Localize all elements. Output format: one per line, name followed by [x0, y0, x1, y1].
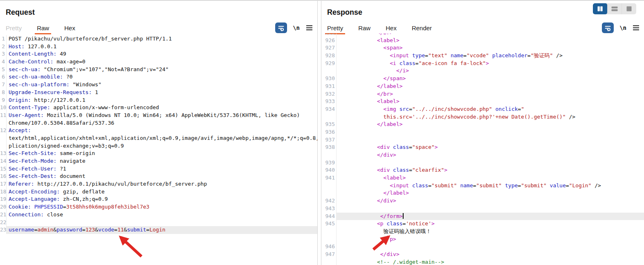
- line-number: [0, 142, 7, 150]
- code-line: Upgrade-Insecure-Requests: 1: [7, 89, 317, 97]
- code-row: plication/signed-exchange;v=b3;q=0.9: [0, 142, 317, 150]
- line-number: [321, 236, 337, 243]
- code-row: 10Content-Type: application/x-www-form-u…: [0, 104, 317, 112]
- request-editor[interactable]: 1POST /pikachu/vul/burteforce/bf_server.…: [0, 35, 317, 265]
- code-row: 1POST /pikachu/vul/burteforce/bf_server.…: [0, 35, 317, 43]
- response-editor[interactable]: 925 </br>926 <label>927 <span>928 <input…: [321, 34, 644, 265]
- columns-layout-icon[interactable]: [593, 3, 608, 14]
- code-line: [337, 128, 644, 136]
- code-row: 942 </div>: [321, 197, 644, 205]
- single-layout-icon[interactable]: [622, 3, 636, 14]
- line-number: [321, 228, 337, 236]
- code-row: 933 <label>: [321, 98, 644, 106]
- response-tab-hex[interactable]: Hex: [386, 25, 397, 31]
- code-row: 947 </div>: [321, 251, 644, 258]
- code-line: Accept-Language: zh-CN,zh;q=0.9: [7, 195, 317, 203]
- line-number: 16: [0, 173, 7, 180]
- line-number: [321, 67, 337, 75]
- code-line: 验证码输入错误哦！: [337, 228, 644, 236]
- code-line: sec-ch-ua-mobile: ?0: [7, 73, 317, 81]
- request-menu-icon[interactable]: [305, 25, 313, 31]
- code-row: 940 <div class="clearfix">: [321, 166, 644, 174]
- code-line: </form>: [337, 213, 644, 220]
- response-tab-pretty[interactable]: Pretty: [327, 25, 343, 31]
- line-number: 929: [321, 60, 337, 67]
- word-wrap-icon[interactable]: [275, 22, 287, 33]
- code-line: <div class="space">: [337, 144, 644, 151]
- request-tab-pretty[interactable]: Pretty: [6, 25, 22, 31]
- code-row: </p>: [321, 236, 644, 243]
- code-line: <label>: [337, 174, 644, 182]
- line-number: 1: [0, 35, 7, 43]
- line-number: 941: [321, 174, 337, 182]
- code-row: 931 </label>: [321, 83, 644, 90]
- line-number: 931: [321, 83, 337, 90]
- line-number: 21: [0, 211, 7, 219]
- line-number: [321, 258, 337, 265]
- response-menu-icon[interactable]: [632, 25, 640, 31]
- code-line: <!-- /.widget-main-->: [337, 258, 644, 265]
- code-row: 937: [321, 136, 644, 144]
- line-number: 940: [321, 166, 337, 174]
- response-panel: Response Pretty Raw Hex Render \n: [321, 1, 644, 265]
- code-row: 936: [321, 128, 644, 136]
- code-line: Sec-Fetch-Mode: navigate: [7, 157, 317, 165]
- code-row: 21Connection: close: [0, 211, 317, 219]
- request-tab-hex[interactable]: Hex: [64, 25, 75, 31]
- code-row: Chrome/107.0.5304.88Safari/537.36: [0, 119, 317, 127]
- line-number: 6: [0, 73, 7, 81]
- rows-layout-icon[interactable]: [608, 3, 622, 14]
- code-row: 939: [321, 159, 644, 167]
- code-line: Host: 127.0.0.1: [7, 43, 317, 51]
- code-row: 945 <p class='notice'>: [321, 220, 644, 228]
- code-row: </label>: [321, 189, 644, 197]
- line-number: [321, 189, 337, 197]
- line-number: 13: [0, 150, 7, 157]
- line-number: 19: [0, 195, 7, 203]
- line-number: 928: [321, 52, 337, 60]
- line-number: 943: [321, 205, 337, 213]
- line-number: 4: [0, 58, 7, 66]
- code-row: </i>: [321, 67, 644, 75]
- code-row: 23username=admin&password=123&vcode=11&s…: [0, 226, 317, 234]
- code-line: Chrome/107.0.5304.88Safari/537.36: [7, 119, 317, 127]
- line-number: 12: [0, 127, 7, 135]
- code-line: </div>: [337, 251, 644, 258]
- response-tab-render[interactable]: Render: [412, 25, 432, 31]
- code-line: User-Agent: Mozilla/5.0 (Windows NT 10.0…: [7, 112, 317, 119]
- response-tabbar: Pretty Raw Hex Render \n: [327, 22, 640, 34]
- code-row: 8Upgrade-Insecure-Requests: 1: [0, 89, 317, 97]
- code-row: 930 </span>: [321, 75, 644, 83]
- code-line: </i>: [337, 67, 644, 75]
- code-row: 944 </form>: [321, 213, 644, 220]
- code-line: </label>: [337, 121, 644, 128]
- line-number: 944: [321, 213, 337, 220]
- line-number: 930: [321, 75, 337, 83]
- word-wrap-icon[interactable]: [602, 22, 614, 33]
- line-number: 937: [321, 136, 337, 144]
- code-line: </br>: [337, 90, 644, 98]
- code-row: 13Sec-Fetch-Site: same-origin: [0, 150, 317, 157]
- newline-toggle-icon[interactable]: \n: [293, 25, 300, 31]
- code-line: </label>: [337, 83, 644, 90]
- code-line: Connection: close: [7, 211, 317, 219]
- line-number: 7: [0, 81, 7, 89]
- code-line: </p>: [337, 236, 644, 243]
- line-number: 946: [321, 243, 337, 251]
- code-row: 941 <label>: [321, 174, 644, 182]
- line-number: [0, 119, 7, 127]
- code-row: 19Accept-Language: zh-CN,zh;q=0.9: [0, 195, 317, 203]
- code-row: 946: [321, 243, 644, 251]
- line-number: 939: [321, 159, 337, 167]
- line-number: 8: [0, 89, 7, 97]
- line-number: 15: [0, 165, 7, 173]
- code-line: Accept-Encoding: gzip, deflate: [7, 188, 317, 196]
- code-line: <input class="submit" name="submit" type…: [337, 182, 644, 190]
- response-tab-raw[interactable]: Raw: [358, 25, 370, 31]
- code-row: 15Sec-Fetch-User: ?1: [0, 165, 317, 173]
- request-tab-raw[interactable]: Raw: [37, 25, 49, 31]
- code-row: 14Sec-Fetch-Mode: navigate: [0, 157, 317, 165]
- line-number: 20: [0, 203, 7, 211]
- code-line: <div class="clearfix">: [337, 166, 644, 174]
- newline-toggle-icon[interactable]: \n: [619, 25, 626, 31]
